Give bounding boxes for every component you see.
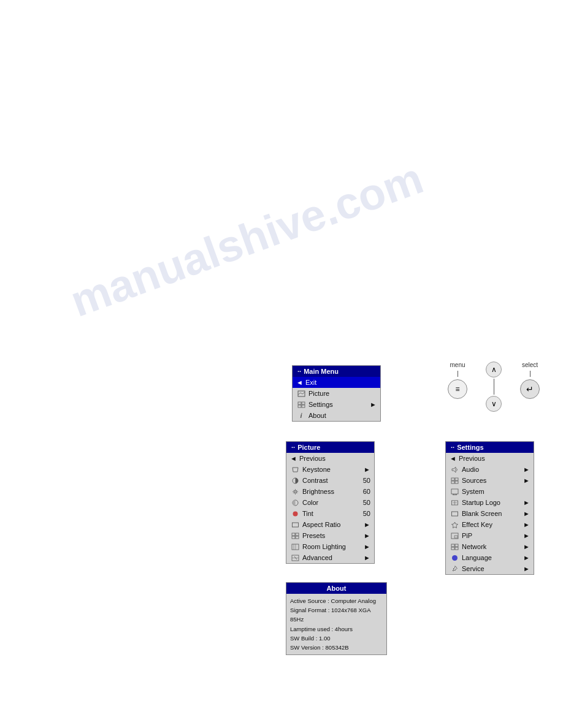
svg-rect-51 [455,547,458,550]
main-menu-dots: ·· [297,368,301,375]
svg-line-3 [302,392,305,394]
settings-pip[interactable]: PiP ► [446,530,534,541]
picture-room-lighting[interactable]: Room Lighting ► [286,541,374,552]
service-icon [450,564,459,573]
effect-key-icon [450,520,459,529]
svg-line-16 [296,493,297,493]
picture-brightness[interactable]: Brightness 60 [286,486,374,497]
picture-presets[interactable]: Presets ► [286,530,374,541]
svg-rect-4 [298,402,301,404]
svg-rect-47 [454,536,458,538]
arrow-right-icon: ► [370,401,377,408]
select-button[interactable]: ↵ [520,379,540,399]
about-active-source: Active Source : Computer Analog [290,596,383,605]
color-icon [290,498,300,507]
settings-sources[interactable]: Sources ► [446,475,534,486]
select-label: select [522,362,538,368]
picture-previous[interactable]: ◄ Previous [286,453,374,464]
room-lighting-icon [290,542,300,551]
picture-keystone[interactable]: Keystone ► [286,464,374,475]
svg-line-17 [296,490,297,490]
main-menu-exit[interactable]: ◄ Exit [293,377,380,388]
svg-rect-26 [292,544,299,550]
settings-effect-key[interactable]: Effect Key ► [446,519,534,530]
back-icon: ◄ [290,455,297,462]
arrow-right-icon: ► [364,543,370,550]
advanced-icon [290,553,300,562]
arrow-right-icon: ► [364,532,370,539]
picture-icon [296,389,306,398]
picture-menu: ·· Picture ◄ Previous Keystone ► Contras… [286,441,375,564]
picture-aspect-ratio[interactable]: Aspect Ratio ► [286,519,374,530]
about-signal-format: Signal Format : 1024x768 XGA 85Hz [290,605,383,624]
svg-rect-33 [451,478,454,480]
svg-point-52 [452,555,458,561]
settings-previous[interactable]: ◄ Previous [446,453,534,464]
settings-menu-title: ·· Settings [446,442,534,453]
main-menu-about[interactable]: i About [293,410,380,421]
about-lamptime: Lamptime used : 4hours [290,624,383,634]
svg-rect-22 [292,533,295,536]
arrow-right-icon: ► [364,554,370,561]
picture-advanced[interactable]: Advanced ► [286,552,374,563]
arrow-right-icon: ► [523,565,530,572]
up-button[interactable]: ∧ [486,362,502,377]
picture-contrast[interactable]: Contrast 50 [286,475,374,486]
svg-rect-21 [292,523,298,527]
brightness-icon [290,487,300,496]
audio-icon [450,465,459,474]
settings-audio[interactable]: Audio ► [446,464,534,475]
settings-service[interactable]: Service ► [446,563,534,574]
settings-system[interactable]: System [446,486,534,497]
about-sw-version: SW Version : 805342B [290,643,383,652]
picture-color[interactable]: Color 50 [286,497,374,508]
aspect-ratio-icon [290,520,300,529]
blank-screen-icon [450,509,459,518]
system-icon [450,487,459,496]
info-icon: i [296,411,306,420]
about-sw-build: SW Build : 1.00 [290,634,383,643]
settings-language[interactable]: Language ► [446,552,534,563]
about-title: About [286,583,386,594]
settings-network[interactable]: Network ► [446,541,534,552]
main-menu-picture[interactable]: Picture [293,388,380,399]
svg-point-10 [294,490,297,493]
svg-rect-5 [302,402,305,404]
svg-marker-45 [451,522,458,528]
svg-line-18 [293,493,294,493]
about-panel: About Active Source : Computer Analog Si… [286,582,387,655]
main-menu-title: ·· Main Menu [293,366,380,377]
settings-startup-logo[interactable]: Startup Logo ► [446,497,534,508]
about-content: Active Source : Computer Analog Signal F… [286,594,386,654]
arrow-right-icon: ► [364,466,370,473]
svg-rect-50 [451,547,454,550]
settings-icon [296,400,306,409]
down-button[interactable]: ∨ [486,396,502,412]
svg-rect-7 [302,405,305,408]
arrow-right-icon: ► [523,499,530,506]
arrow-right-icon: ► [523,477,530,484]
picture-tint[interactable]: Tint 50 [286,508,374,519]
startup-logo-icon [450,498,459,507]
svg-rect-49 [455,544,458,547]
svg-rect-48 [451,544,454,547]
select-button-area: select ↵ [520,362,540,399]
svg-rect-23 [296,533,299,536]
pip-icon [450,531,459,540]
settings-blank-screen[interactable]: Blank Screen ► [446,508,534,519]
svg-rect-44 [451,512,458,516]
settings-menu: ·· Settings ◄ Previous Audio ► Sources ►… [445,441,534,575]
arrow-right-icon: ► [523,466,530,473]
picture-menu-title: ·· Picture [286,442,374,453]
svg-marker-8 [293,468,298,472]
language-icon [450,553,459,562]
svg-rect-24 [292,536,295,539]
arrow-right-icon: ► [364,521,370,528]
tint-icon [290,509,300,518]
svg-rect-6 [298,405,301,408]
menu-button[interactable]: ≡ [448,379,467,399]
svg-rect-25 [296,536,299,539]
contrast-icon [290,476,300,485]
network-icon [450,542,459,551]
main-menu-settings[interactable]: Settings ► [293,399,380,410]
